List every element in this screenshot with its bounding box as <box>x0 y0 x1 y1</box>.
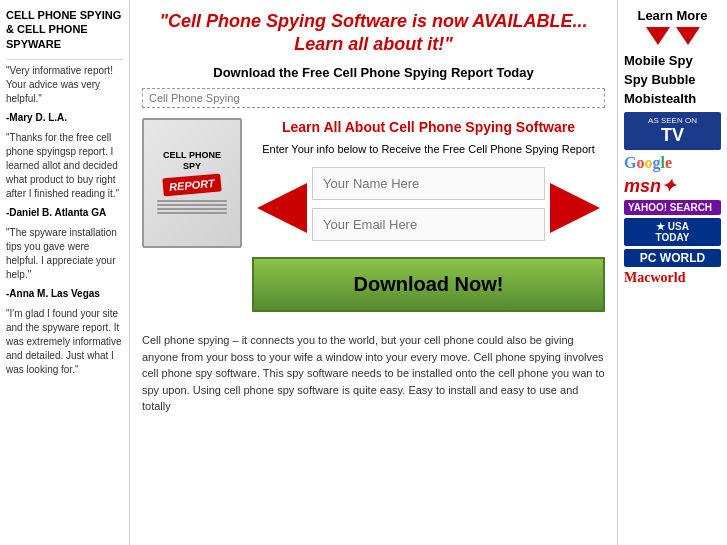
signup-headline: Learn All About Cell Phone Spying Softwa… <box>252 118 605 136</box>
left-arrow-shape <box>257 183 307 233</box>
macworld-badge: Macworld <box>624 270 721 286</box>
msn-badge: msn✦ <box>624 175 721 197</box>
form-fields <box>312 167 545 249</box>
right-arrow <box>545 183 605 233</box>
book-image: CELL PHONESPY REPORT <box>142 118 242 248</box>
book-badge: REPORT <box>162 173 221 196</box>
down-arrows <box>624 27 721 45</box>
mobistealth-link[interactable]: Mobistealth <box>624 91 721 108</box>
main-content: "Cell Phone Spying Software is now AVAIL… <box>130 0 617 545</box>
right-sidebar: Learn More Mobile Spy Spy Bubble Mobiste… <box>617 0 727 545</box>
download-button[interactable]: Download Now! <box>252 257 605 312</box>
as-seen-text: AS SEEN ON <box>630 116 715 125</box>
testimonial-1-text: "Very informative report! Your advice wa… <box>6 64 123 106</box>
tv-text: TV <box>630 125 715 146</box>
google-e: e <box>665 154 672 171</box>
testimonial-1-author: -Mary D. L.A. <box>6 112 123 123</box>
search-input[interactable] <box>142 88 605 108</box>
book-title: CELL PHONESPY <box>163 150 221 172</box>
yahoo-badge: YAHOO! SEARCH <box>624 200 721 215</box>
pc-world-badge: PC WORLD <box>624 249 721 267</box>
google-g: G <box>624 154 636 171</box>
usa-today-badge: ★ USATODAY <box>624 218 721 246</box>
testimonial-4-text: "I'm glad I found your site and the spyw… <box>6 307 123 377</box>
book-lines <box>157 200 227 216</box>
right-arrow-shape <box>550 183 600 233</box>
left-sidebar: Cell Phone Spying & Cell Phone Spyware "… <box>0 0 130 545</box>
down-arrow-2 <box>676 27 700 45</box>
main-headline: "Cell Phone Spying Software is now AVAIL… <box>142 10 605 57</box>
arrow-form-row <box>252 167 605 249</box>
signup-sub: Enter Your info below to Receive the Fre… <box>252 142 605 157</box>
down-arrow-1 <box>646 27 670 45</box>
mobile-spy-link[interactable]: Mobile Spy <box>624 53 721 70</box>
site-title: Cell Phone Spying & Cell Phone Spyware <box>6 8 123 51</box>
testimonial-2-text: "Thanks for the free cell phone spyingsp… <box>6 131 123 201</box>
google-badge: Google <box>624 154 721 172</box>
spy-bubble-link[interactable]: Spy Bubble <box>624 72 721 89</box>
body-text: Cell phone spying – it connects you to t… <box>142 332 605 415</box>
signup-section: Learn All About Cell Phone Spying Softwa… <box>252 118 605 323</box>
as-seen-on-tv-badge: AS SEEN ON TV <box>624 112 721 150</box>
testimonial-2-author: -Daniel B. Atlanta GA <box>6 207 123 218</box>
learn-more-title: Learn More <box>624 8 721 23</box>
content-row: CELL PHONESPY REPORT Learn All About Cel… <box>142 118 605 323</box>
main-subheadline: Download the Free Cell Phone Spying Repo… <box>142 65 605 80</box>
testimonial-3-author: -Anna M. Las Vegas <box>6 288 123 299</box>
name-input[interactable] <box>312 167 545 200</box>
testimonial-3-text: "The spyware installation tips you gave … <box>6 226 123 282</box>
email-input[interactable] <box>312 208 545 241</box>
left-arrow <box>252 183 312 233</box>
